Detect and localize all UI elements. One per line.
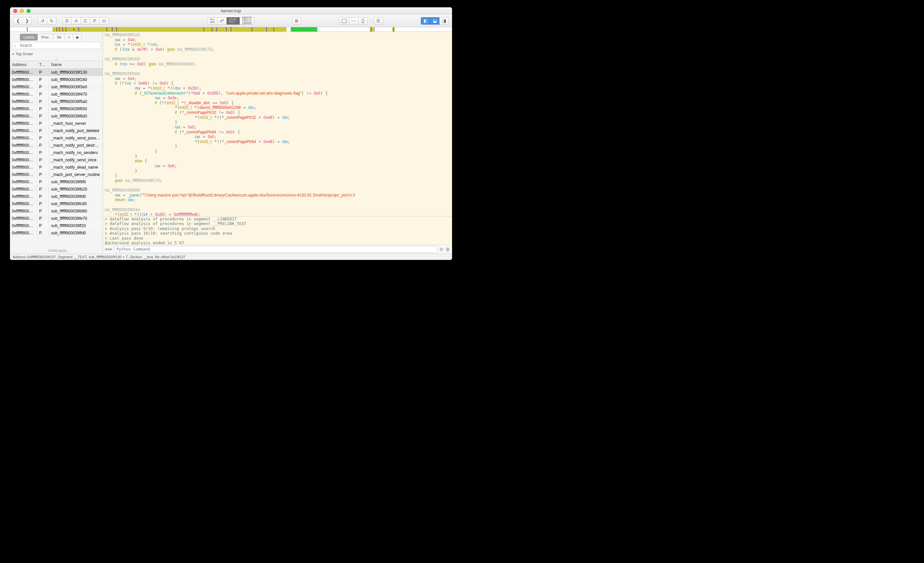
inspector-group: ◧ ⬓ ◨ bbox=[421, 17, 449, 24]
app-window: kernel.hop ❮ ❯ ↺ ↻ D A C P U movadd ☍ if… bbox=[10, 7, 452, 260]
layout-group-a bbox=[339, 17, 368, 24]
list-item[interactable]: 0xffffff8000…Psub_ffffff800039ffd0 bbox=[10, 230, 102, 237]
list-item[interactable]: 0xffffff8000…Psub_ffffff800039fd80 bbox=[10, 207, 102, 215]
list-item[interactable]: 0xffffff8000…P_mach_notify_port_deleted bbox=[10, 127, 102, 134]
asm-mode-button[interactable]: movadd bbox=[207, 17, 217, 24]
python-command-input[interactable] bbox=[114, 246, 438, 253]
list-item[interactable]: 0xffffff8000…Psub_ffffff800039f5a0 bbox=[10, 98, 102, 105]
tab-bookmarks[interactable]: ☆ bbox=[65, 34, 74, 41]
window-title: kernel.hop bbox=[10, 8, 452, 13]
list-item[interactable]: 0xffffff8000…Psub_ffffff800039fb20 bbox=[10, 186, 102, 193]
list-item[interactable]: 0xffffff8000…Psub_ffffff800039fbf0 bbox=[10, 193, 102, 200]
toolbar: ❮ ❯ ↺ ↻ D A C P U movadd ☍ if(b)f(); 486… bbox=[10, 15, 452, 27]
status-bar: Address 0xffffff800039f137, Segment __TE… bbox=[10, 254, 452, 260]
mark-ascii-button[interactable]: A bbox=[72, 17, 81, 24]
navigation-strip[interactable]: ▾ bbox=[10, 27, 452, 32]
bottom-panel-button[interactable]: ⬓ bbox=[430, 17, 440, 24]
search-icon: ⌕ bbox=[14, 43, 16, 48]
panel-a1-button[interactable] bbox=[339, 17, 349, 24]
list-item[interactable]: 0xffffff8000…Psub_ffffff800039f470 bbox=[10, 91, 102, 98]
titlebar: kernel.hop bbox=[10, 7, 452, 15]
sidebar-tabs: Labels Proc. Str ☆ ◉ bbox=[10, 32, 102, 41]
mark-proc-button[interactable]: P bbox=[90, 17, 100, 24]
list-item[interactable]: 0xffffff8000…Psub_ffffff800039fe70 bbox=[10, 215, 102, 222]
undo-group: ↺ ↻ bbox=[38, 17, 56, 24]
mark-undef-button[interactable]: U bbox=[100, 17, 109, 24]
panel-b-button[interactable]: ☰ bbox=[374, 17, 383, 24]
list-item[interactable]: 0xffffff8000…Psub_ffffff800039f3e0 bbox=[10, 83, 102, 91]
panel-a2-button[interactable] bbox=[349, 17, 358, 24]
tab-labels[interactable]: Labels bbox=[20, 34, 38, 41]
list-item[interactable]: 0xffffff8000…P_mach_notify_send_possi… bbox=[10, 134, 102, 142]
redo-button[interactable]: ↻ bbox=[47, 17, 56, 24]
trash-icon[interactable]: 🗑 bbox=[446, 247, 450, 252]
pseudocode-view[interactable]: loc_ffffff800039f1a3: rax = 0x4; rcx = *… bbox=[103, 32, 452, 216]
tab-str[interactable]: Str bbox=[53, 34, 65, 41]
dacpu-group: D A C P U bbox=[62, 17, 109, 24]
search-input[interactable] bbox=[12, 42, 100, 49]
command-line: >>> ⊗ 🗑 bbox=[103, 245, 452, 254]
list-item[interactable]: 0xffffff8000…Psub_ffffff800039f280 bbox=[10, 76, 102, 83]
undo-button[interactable]: ↺ bbox=[38, 17, 47, 24]
list-item[interactable]: 0xffffff8000…P_mach_notify_send_once bbox=[10, 156, 102, 164]
cpu-icon[interactable]: ⊞ bbox=[292, 17, 302, 24]
back-button[interactable]: ❮ bbox=[13, 17, 22, 24]
tag-scope-toggle[interactable]: Tag Scope bbox=[10, 51, 102, 57]
list-item[interactable]: 0xffffff8000…P_mach_notify_port_destro… bbox=[10, 142, 102, 149]
sidebar: Labels Proc. Str ☆ ◉ ⌕ Tag Scope ⊙ Addre… bbox=[10, 32, 103, 254]
left-panel-button[interactable]: ◧ bbox=[421, 17, 430, 24]
nav-group: ❮ ❯ bbox=[13, 17, 32, 24]
right-panel-button[interactable]: ◨ bbox=[440, 17, 449, 24]
list-item[interactable]: 0xffffff8000…Psub_ffffff800039f9f0 bbox=[10, 178, 102, 186]
cursor-marker-icon: ▾ bbox=[73, 27, 75, 31]
tab-proc[interactable]: Proc. bbox=[38, 34, 53, 41]
mark-code-button[interactable]: C bbox=[81, 17, 90, 24]
list-item[interactable]: 0xffffff8000…Psub_ffffff800039f130 bbox=[10, 69, 102, 76]
list-item[interactable]: 0xffffff8000…Psub_ffffff800039f6d0 bbox=[10, 113, 102, 120]
list-item[interactable]: 0xffffff8000…P_mach_notify_dead_name bbox=[10, 164, 102, 171]
list-item[interactable]: 0xffffff8000…Psub_ffffff800039fc90 bbox=[10, 200, 102, 207]
clear-icon[interactable]: ⊗ bbox=[440, 247, 443, 252]
list-item[interactable]: 0xffffff8000…Psub_ffffff800039ff20 bbox=[10, 222, 102, 230]
prompt-label: >>> bbox=[105, 247, 112, 252]
list-header: Address Type Name bbox=[10, 61, 102, 69]
cfg-mode-button[interactable]: ☍ bbox=[218, 17, 226, 24]
tab-tags[interactable]: ◉ bbox=[73, 34, 82, 41]
main-panel: loc_ffffff800039f1a3: rax = 0x4; rcx = *… bbox=[103, 32, 452, 254]
list-item[interactable]: 0xffffff8000…P_mach_notify_no_senders bbox=[10, 149, 102, 156]
panel-a3-button[interactable] bbox=[358, 17, 368, 24]
pseudocode-mode-button[interactable]: if(b)f(); bbox=[226, 17, 240, 24]
list-item[interactable]: 0xffffff8000…P_mach_host_server bbox=[10, 120, 102, 127]
sidebar-footer: 58406 labels bbox=[10, 248, 102, 254]
list-item[interactable]: 0xffffff8000…Psub_ffffff800039f650 bbox=[10, 105, 102, 113]
labels-list: 0xffffff8000…Psub_ffffff800039f1300xffff… bbox=[10, 69, 102, 248]
console-output: > dataflow analysis of procedures in seg… bbox=[103, 216, 452, 245]
forward-button[interactable]: ❯ bbox=[22, 17, 32, 24]
list-item[interactable]: 0xffffff8000…P_mach_port_server_routine bbox=[10, 171, 102, 178]
mark-data-button[interactable]: D bbox=[62, 17, 72, 24]
view-mode-group: movadd ☍ if(b)f(); 486F70706572204469 bbox=[207, 17, 254, 24]
hex-mode-button[interactable]: 486F70706572204469 bbox=[240, 17, 254, 24]
